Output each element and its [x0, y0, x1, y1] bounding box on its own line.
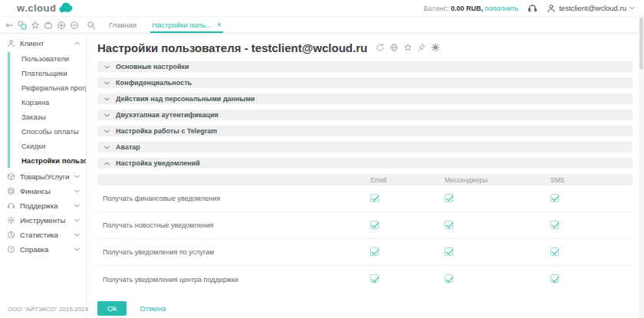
- row-label: Получать новостные уведомления: [97, 221, 370, 229]
- sidebar-section-client[interactable]: Клиент: [0, 36, 86, 51]
- accordion-avatar[interactable]: Аватар: [97, 142, 632, 152]
- chevron-down-icon: [74, 218, 80, 222]
- column-header-sms: SMS: [550, 176, 632, 184]
- products-icon: [7, 172, 15, 181]
- accordion-label: Основные настройки: [116, 63, 189, 70]
- checkbox-services-messengers[interactable]: [445, 248, 453, 256]
- checkbox-services-email[interactable]: [370, 248, 379, 256]
- scrollbar[interactable]: [639, 17, 644, 318]
- sidebar-section-finance[interactable]: Финансы: [0, 184, 86, 198]
- topup-link[interactable]: пополнить: [485, 5, 519, 12]
- accordion-two-step-auth[interactable]: Двухэтапная аутентификация: [97, 110, 632, 120]
- briefcase-icon[interactable]: [44, 20, 53, 30]
- favorite-star-icon[interactable]: [403, 43, 412, 52]
- checkbox-news-email[interactable]: [370, 221, 379, 229]
- sidebar-item-referral[interactable]: Реферальная программа: [0, 80, 86, 95]
- sidebar-section-help[interactable]: ? Справка: [0, 242, 86, 257]
- checkbox-news-sms[interactable]: [550, 221, 559, 229]
- back-arrow-icon[interactable]: [5, 20, 14, 30]
- top-header: w.cloud Баланс: 0.00 RUB, пополнить: [0, 0, 644, 17]
- title-row: Настройки пользователя - testclient@wclo…: [97, 41, 632, 54]
- chevron-down-icon: [104, 65, 110, 69]
- sidebar-section-support[interactable]: Поддержка: [0, 198, 86, 213]
- sidebar-section-label: Товары/Услуги: [20, 172, 70, 181]
- menu-tree-icon[interactable]: [18, 20, 27, 30]
- sidebar-section-products[interactable]: Товары/Услуги: [0, 169, 86, 184]
- accordion-telegram[interactable]: Настройка работы с Telegram: [97, 126, 632, 136]
- tab-user-settings[interactable]: Настройки поль... ×: [150, 18, 223, 33]
- logo[interactable]: w.cloud: [17, 2, 74, 14]
- sidebar-section-label: Справка: [20, 245, 48, 254]
- ok-button[interactable]: Ok: [97, 301, 127, 316]
- sidebar-section-label: Статистика: [20, 231, 58, 239]
- accordion-personal-data-actions[interactable]: Действия над персональными данными: [97, 93, 632, 104]
- chevron-down-icon: [104, 113, 110, 117]
- minus-circle-icon[interactable]: [70, 20, 79, 30]
- support-headset-icon[interactable]: [527, 3, 537, 13]
- sidebar-item-discounts[interactable]: Скидки: [0, 139, 86, 153]
- pin-icon[interactable]: [417, 43, 426, 52]
- table-header: Email Мессенджеры SMS: [97, 174, 632, 185]
- copyright-footer: ООО "АЙТЭКСО" 2016-2024: [8, 306, 88, 313]
- checkbox-financial-sms[interactable]: [550, 194, 559, 202]
- tab-bar: Главная Настройки поль... ×: [87, 17, 644, 33]
- sidebar-section-label: Инструменты: [20, 216, 65, 225]
- accordion-label: Настройка уведомлений: [116, 159, 200, 167]
- settings-gear-icon[interactable]: [431, 43, 440, 52]
- sidebar-item-payment-methods[interactable]: Способы оплаты: [0, 124, 86, 139]
- tab-user-settings-label: Настройки поль...: [152, 21, 212, 29]
- checkbox-financial-email[interactable]: [370, 194, 379, 202]
- checkbox-services-sms[interactable]: [550, 248, 559, 256]
- sidebar: Клиент Пользователи Плательщики Рефераль…: [0, 34, 87, 318]
- chevron-down-icon: [74, 204, 80, 208]
- refresh-icon[interactable]: [376, 43, 385, 52]
- client-icon: [7, 39, 15, 48]
- svg-text:?: ?: [10, 248, 12, 252]
- plus-circle-icon[interactable]: [57, 20, 66, 30]
- accordion-label: Настройка работы с Telegram: [116, 127, 217, 135]
- sidebar-item-cart[interactable]: Корзина: [0, 95, 86, 110]
- sidebar-section-label: Финансы: [20, 187, 51, 195]
- cancel-link[interactable]: Отмена: [140, 304, 166, 313]
- checkbox-support-sms[interactable]: [550, 274, 559, 283]
- checkbox-support-messengers[interactable]: [445, 274, 453, 283]
- sidebar-item-payers[interactable]: Плательщики: [0, 66, 86, 80]
- sidebar-item-users[interactable]: Пользователи: [0, 51, 86, 66]
- tab-home[interactable]: Главная: [107, 18, 138, 33]
- chevron-down-icon: [74, 233, 80, 237]
- checkbox-news-messengers[interactable]: [445, 221, 453, 229]
- tab-close-icon[interactable]: ×: [217, 21, 222, 29]
- accordion-label: Аватар: [116, 143, 140, 151]
- accordion-notifications[interactable]: Настройка уведомлений: [97, 158, 632, 169]
- app-window: w.cloud Баланс: 0.00 RUB, пополнить: [0, 0, 644, 318]
- user-menu[interactable]: testclient@wcloud.ru: [547, 4, 635, 13]
- globe-icon[interactable]: [389, 43, 399, 52]
- chevron-down-icon: [74, 189, 80, 193]
- accordion-privacy[interactable]: Конфиденциальность: [97, 77, 632, 88]
- accordion-label: Двухэтапная аутентификация: [116, 111, 219, 119]
- balance-label: Баланс:: [423, 5, 449, 12]
- chevron-down-icon: [629, 6, 635, 10]
- sidebar-item-user-settings[interactable]: Настройки пользоват...: [0, 153, 86, 168]
- support-icon: [7, 202, 15, 210]
- table-row-news: Получать новостные уведомления: [97, 212, 632, 239]
- topbar-right: Баланс: 0.00 RUB, пополнить testclient@w…: [423, 3, 635, 13]
- chevron-down-icon: [104, 81, 110, 85]
- chevron-down-icon: [74, 248, 80, 251]
- scrollbar-thumb[interactable]: [639, 18, 643, 70]
- balance-value: 0.00 RUB,: [451, 5, 483, 12]
- checkbox-financial-messengers[interactable]: [445, 194, 453, 202]
- row-label: Получать уведомления центра поддержки: [97, 276, 370, 284]
- sidebar-section-tools[interactable]: Инструменты: [0, 213, 86, 228]
- sidebar-section-statistics[interactable]: Статистика: [0, 228, 86, 242]
- column-header-email: Email: [370, 176, 445, 184]
- chevron-up-icon: [74, 41, 80, 45]
- star-icon[interactable]: [31, 20, 40, 30]
- table-row-services: Получать уведомления по услугам: [97, 239, 632, 266]
- checkbox-support-email[interactable]: [370, 274, 379, 283]
- sidebar-item-orders[interactable]: Заказы: [0, 110, 86, 124]
- chevron-down-icon: [104, 129, 110, 133]
- user-email: testclient@wcloud.ru: [559, 4, 626, 12]
- accordion-basic-settings[interactable]: Основные настройки: [97, 61, 632, 72]
- sidebar-section-label: Клиент: [20, 39, 44, 48]
